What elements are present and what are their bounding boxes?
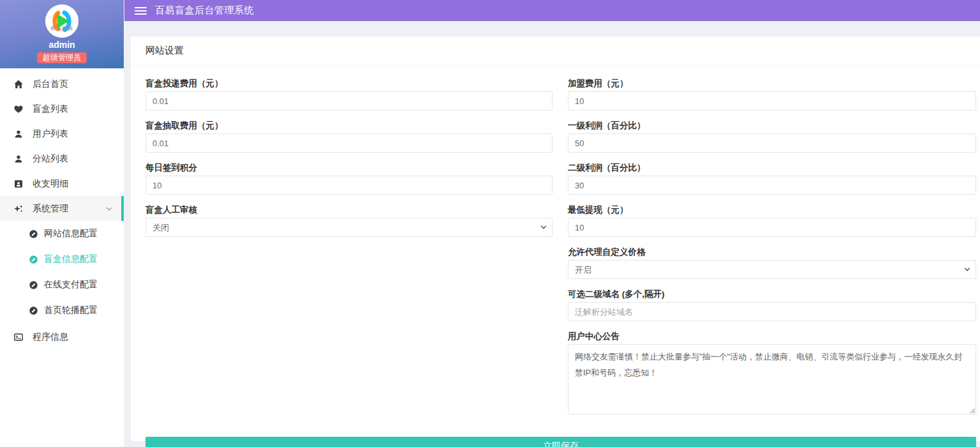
main-content: 网站设置 盲盒投递费用（元） 盲盒抽取费用（元） 每日签到积分 (124, 0, 980, 447)
sparkles-icon (13, 204, 24, 214)
card-title: 网站设置 (131, 36, 980, 66)
terminal-icon (13, 332, 24, 342)
edit-circle-icon (29, 306, 38, 315)
field-label: 一级利润（百分比） (568, 121, 976, 130)
sidebar-item-dashboard[interactable]: 后台首页 (0, 72, 124, 96)
form-column-left: 盲盒投递费用（元） 盲盒抽取费用（元） 每日签到积分 盲盒人工审核 (145, 79, 553, 427)
level1-profit-input[interactable] (568, 133, 976, 153)
sidebar-subitem-label: 网站信息配置 (44, 228, 98, 239)
field-min-withdrawal: 最低提现（元） (568, 205, 976, 237)
sidebar-subitem-site-info-config[interactable]: 网站信息配置 (0, 221, 124, 246)
field-label: 盲盒抽取费用（元） (145, 121, 553, 130)
edit-circle-icon (29, 280, 38, 290)
sidebar-item-label: 收支明细 (33, 178, 68, 190)
field-label: 二级利润（百分比） (568, 163, 976, 172)
field-draw-fee: 盲盒抽取费用（元） (145, 121, 553, 153)
field-franchise-fee: 加盟费用（元） (568, 79, 976, 110)
field-label: 每日签到积分 (145, 163, 553, 172)
field-label: 盲盒人工审核 (145, 205, 553, 215)
chevron-down-icon (106, 206, 112, 212)
level2-profit-input[interactable] (568, 176, 976, 195)
sidebar-item-program-info[interactable]: 程序信息 (0, 324, 124, 349)
sidebar-subitem-box-info-config[interactable]: 盲盒信息配置 (0, 246, 124, 272)
save-button[interactable]: 立即保存 (145, 437, 976, 447)
sidebar-subitem-online-payment-config[interactable]: 在线支付配置 (0, 272, 124, 298)
field-delivery-fee: 盲盒投递费用（元） (145, 79, 553, 110)
subdomain-input[interactable] (568, 302, 976, 321)
sidebar-subitem-label: 在线支付配置 (44, 279, 98, 291)
sidebar-item-label: 系统管理 (33, 203, 68, 215)
sidebar-subitem-label: 首页轮播配置 (44, 305, 98, 316)
settings-card: 网站设置 盲盒投递费用（元） 盲盒抽取费用（元） 每日签到积分 (131, 36, 980, 441)
user-icon (13, 154, 24, 164)
heart-icon (13, 104, 24, 114)
sidebar-item-label: 用户列表 (33, 128, 68, 140)
field-label: 最低提现（元） (568, 205, 976, 215)
field-level1-profit: 一级利润（百分比） (568, 121, 976, 153)
field-level2-profit: 二级利润（百分比） (568, 163, 976, 195)
sidebar-item-label: 后台首页 (33, 79, 68, 90)
sidebar-subitem-home-carousel-config[interactable]: 首页轮播配置 (0, 298, 124, 323)
delivery-fee-input[interactable] (145, 91, 553, 110)
field-label: 加盟费用（元） (568, 79, 976, 88)
username: admin (48, 40, 75, 50)
field-manual-review: 盲盒人工审核 关闭 (145, 205, 553, 237)
field-label: 允许代理自定义价格 (568, 247, 976, 257)
app-title: 百易盲盒后台管理系统 (155, 4, 254, 17)
sidebar-item-system-management[interactable]: 系统管理 (0, 196, 124, 221)
role-badge: 超级管理员 (37, 52, 87, 63)
topbar: 百易盲盒后台管理系统 (124, 0, 980, 21)
draw-fee-input[interactable] (145, 133, 553, 153)
avatar-watermark: 腾讯视频 (45, 25, 78, 32)
settings-form: 盲盒投递费用（元） 盲盒抽取费用（元） 每日签到积分 盲盒人工审核 (131, 66, 980, 447)
sidebar-item-label: 程序信息 (33, 331, 68, 343)
min-withdrawal-input[interactable] (568, 218, 976, 237)
manual-review-select[interactable]: 关闭 (145, 218, 553, 237)
home-icon (13, 79, 24, 89)
sidebar-menu: 后台首页 盲盒列表 用户列表 分站列表 收支明细 (0, 68, 124, 349)
form-column-right: 加盟费用（元） 一级利润（百分比） 二级利润（百分比） 最低提现（元） (568, 79, 976, 427)
edit-circle-icon (29, 255, 38, 264)
sidebar-item-box-list[interactable]: 盲盒列表 (0, 96, 124, 121)
account-box-icon (13, 179, 24, 189)
franchise-fee-input[interactable] (568, 91, 976, 110)
sidebar-item-label: 盲盒列表 (33, 103, 68, 115)
field-subdomain: 可选二级域名 (多个,隔开) (568, 289, 976, 321)
sidebar-item-substation-list[interactable]: 分站列表 (0, 146, 124, 171)
field-label: 用户中心公告 (568, 331, 976, 341)
field-label: 可选二级域名 (多个,隔开) (568, 289, 976, 299)
sidebar-item-user-list[interactable]: 用户列表 (0, 121, 124, 146)
agent-custom-price-select[interactable]: 开启 (568, 260, 976, 279)
field-daily-signin-points: 每日签到积分 (145, 163, 553, 195)
announcement-textarea[interactable]: 网络交友需谨慎！禁止大批量参与"抽一个"活动，禁止微商、电销、引流等类似行业参与… (568, 344, 976, 414)
field-agent-custom-price: 允许代理自定义价格 开启 (568, 247, 976, 279)
daily-signin-points-input[interactable] (145, 176, 553, 195)
tencent-video-logo-icon (45, 4, 78, 38)
sidebar-profile: 腾讯视频 admin 超级管理员 (0, 0, 124, 68)
sidebar-subitem-label: 盲盒信息配置 (44, 254, 98, 265)
hamburger-menu-icon[interactable] (135, 7, 147, 15)
avatar: 腾讯视频 (45, 4, 78, 38)
user-icon (13, 129, 24, 139)
edit-circle-icon (29, 229, 38, 239)
field-user-center-announcement: 用户中心公告 网络交友需谨慎！禁止大批量参与"抽一个"活动，禁止微商、电销、引流… (568, 331, 976, 417)
sidebar-item-label: 分站列表 (33, 153, 68, 165)
sidebar: 腾讯视频 admin 超级管理员 后台首页 盲盒列表 用户列表 (0, 0, 124, 447)
field-label: 盲盒投递费用（元） (145, 79, 553, 88)
sidebar-item-income-expense[interactable]: 收支明细 (0, 171, 124, 196)
